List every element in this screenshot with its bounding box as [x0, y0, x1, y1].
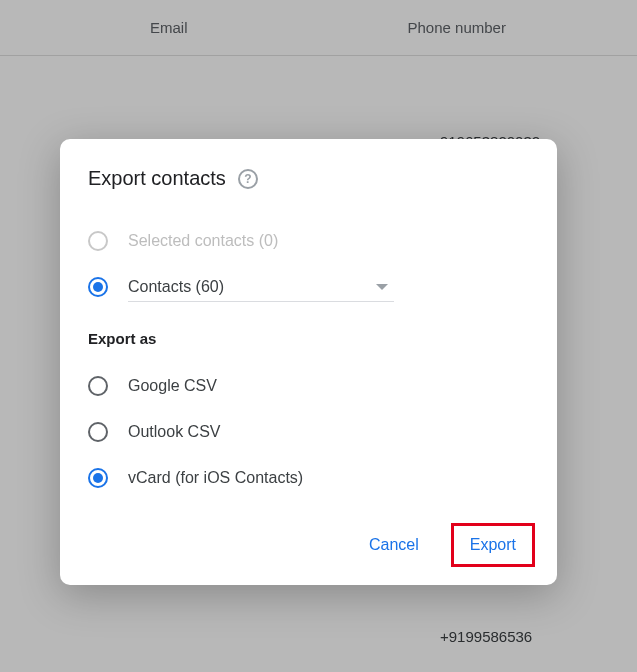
help-icon[interactable]: ? — [238, 169, 258, 189]
format-radio-group: Google CSV Outlook CSV vCard (for iOS Co… — [88, 365, 549, 499]
dropdown-value: Contacts (60) — [128, 278, 224, 296]
contacts-dropdown[interactable]: Contacts (60) — [128, 272, 394, 302]
radio-icon — [88, 422, 108, 442]
radio-icon — [88, 468, 108, 488]
export-highlight: Export — [451, 523, 535, 567]
export-button[interactable]: Export — [454, 526, 532, 564]
radio-outlook-csv[interactable]: Outlook CSV — [88, 411, 549, 453]
export-contacts-dialog: Export contacts ? Selected contacts (0) … — [60, 139, 557, 585]
dialog-header: Export contacts ? — [88, 167, 549, 190]
radio-google-csv[interactable]: Google CSV — [88, 365, 549, 407]
radio-icon — [88, 277, 108, 297]
chevron-down-icon — [376, 284, 388, 290]
cancel-button[interactable]: Cancel — [353, 526, 435, 564]
radio-icon — [88, 376, 108, 396]
radio-label: vCard (for iOS Contacts) — [128, 469, 303, 487]
source-radio-group: Selected contacts (0) Contacts (60) — [88, 220, 549, 308]
dialog-title: Export contacts — [88, 167, 226, 190]
dialog-actions: Cancel Export — [353, 523, 535, 567]
radio-label: Selected contacts (0) — [128, 232, 278, 250]
radio-icon — [88, 231, 108, 251]
radio-selected-contacts: Selected contacts (0) — [88, 220, 549, 262]
radio-label: Google CSV — [128, 377, 217, 395]
radio-vcard[interactable]: vCard (for iOS Contacts) — [88, 457, 549, 499]
export-as-label: Export as — [88, 330, 549, 347]
radio-label: Outlook CSV — [128, 423, 220, 441]
radio-contacts[interactable]: Contacts (60) — [88, 266, 549, 308]
